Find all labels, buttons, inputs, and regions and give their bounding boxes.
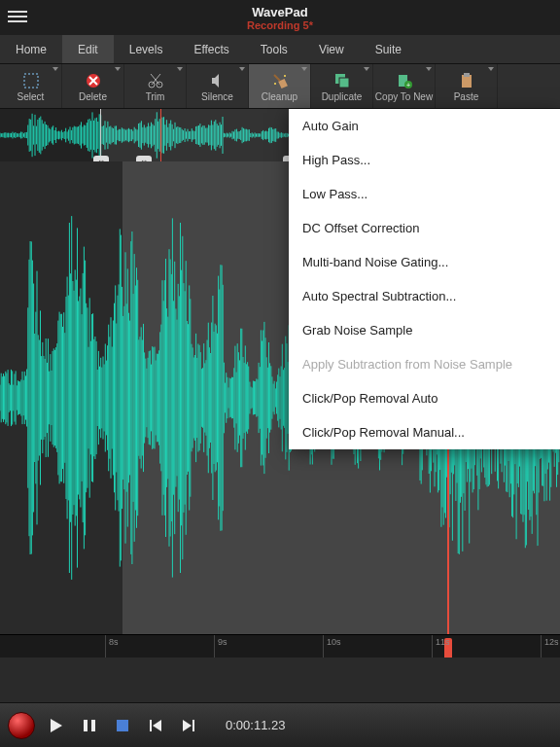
tool-label: Cleanup — [262, 91, 298, 102]
tool-label: Silence — [201, 91, 233, 102]
svg-rect-22 — [117, 720, 128, 731]
svg-rect-20 — [84, 720, 88, 731]
transport-bar: 0:00:11.23 — [0, 702, 560, 747]
trim-icon — [147, 71, 164, 90]
cleanup-menu: Auto GainHigh Pass...Low Pass...DC Offse… — [289, 109, 560, 449]
overview-selection[interactable]: ↔ ↔ — [100, 109, 292, 161]
chevron-down-icon — [488, 67, 494, 71]
tool-trim[interactable]: Trim — [124, 64, 187, 108]
svg-rect-0 — [24, 74, 38, 88]
tool-label: Select — [18, 91, 45, 102]
svg-point-11 — [274, 83, 276, 85]
svg-marker-25 — [183, 720, 192, 731]
overview-playhead — [160, 109, 161, 161]
chevron-down-icon — [364, 67, 369, 71]
svg-rect-18 — [464, 73, 470, 77]
chevron-down-icon — [115, 67, 121, 71]
ruler-tick: 9s — [214, 635, 228, 658]
tool-cleanup[interactable]: Cleanup — [249, 64, 311, 108]
menu-item-auto-gain[interactable]: Auto Gain — [289, 109, 560, 143]
tab-tools[interactable]: Tools — [245, 35, 303, 63]
tool-label: Duplicate — [322, 91, 363, 102]
chevron-down-icon — [426, 67, 432, 71]
tool-duplicate[interactable]: Duplicate — [311, 64, 373, 108]
tab-view[interactable]: View — [303, 35, 360, 63]
tab-effects[interactable]: Effects — [178, 35, 244, 63]
svg-line-9 — [274, 75, 280, 81]
menu-item-grab-noise-sample[interactable]: Grab Noise Sample — [289, 313, 560, 347]
tab-suite[interactable]: Suite — [360, 35, 417, 63]
svg-text:+: + — [405, 82, 409, 89]
title-block: WavePad Recording 5* — [247, 5, 313, 31]
tab-home[interactable]: Home — [0, 35, 62, 63]
tab-levels[interactable]: Levels — [114, 35, 179, 63]
tool-copy-to-new[interactable]: +Copy To New — [373, 64, 436, 108]
delete-icon — [85, 71, 102, 90]
tool-delete[interactable]: Delete — [62, 64, 124, 108]
tab-edit[interactable]: Edit — [62, 35, 114, 63]
tool-silence[interactable]: Silence — [187, 64, 249, 108]
svg-rect-23 — [150, 720, 152, 731]
tool-label: Copy To New — [375, 91, 433, 102]
tool-label: Delete — [79, 91, 107, 102]
chevron-down-icon — [52, 67, 58, 71]
chevron-down-icon — [177, 67, 183, 71]
tool-select[interactable]: Select — [0, 64, 62, 108]
prev-button[interactable] — [144, 714, 167, 737]
ruler-tick: 12s — [541, 635, 559, 658]
tool-label: Paste — [454, 91, 479, 102]
tab-strip: HomeEditLevelsEffectsToolsViewSuite — [0, 35, 560, 64]
time-ruler[interactable]: 8s9s10s11s12s — [0, 634, 560, 658]
select-icon — [22, 71, 40, 90]
menu-item-multi-band-noise-gating-[interactable]: Multi-band Noise Gating... — [289, 245, 560, 279]
play-button[interactable] — [45, 714, 68, 737]
toolbar: SelectDeleteTrimSilenceCleanupDuplicate+… — [0, 64, 560, 109]
svg-marker-19 — [51, 719, 62, 732]
menu-icon[interactable] — [8, 8, 27, 27]
copynew-icon: + — [396, 71, 413, 90]
tool-paste[interactable]: Paste — [436, 64, 498, 108]
timecode: 0:00:11.23 — [226, 718, 285, 732]
menu-item-dc-offset-correction[interactable]: DC Offset Correction — [289, 211, 560, 245]
document-title: Recording 5* — [247, 19, 313, 31]
svg-line-6 — [152, 74, 160, 85]
duplicate-icon — [333, 71, 351, 90]
svg-rect-26 — [192, 720, 194, 731]
menu-item-click-pop-removal-auto[interactable]: Click/Pop Removal Auto — [289, 381, 560, 415]
record-button[interactable] — [8, 712, 35, 739]
pause-button[interactable] — [78, 714, 101, 737]
paste-icon — [458, 71, 475, 90]
menu-item-high-pass-[interactable]: High Pass... — [289, 143, 560, 177]
chevron-down-icon — [239, 67, 245, 71]
menu-item-auto-spectral-subtraction-[interactable]: Auto Spectral Subtraction... — [289, 279, 560, 313]
svg-line-7 — [151, 74, 159, 85]
next-button[interactable] — [177, 714, 200, 737]
menu-item-low-pass-[interactable]: Low Pass... — [289, 177, 560, 211]
ruler-tick: 11s — [432, 635, 450, 658]
svg-rect-21 — [91, 720, 95, 731]
app-title: WavePad — [247, 5, 313, 19]
chevron-down-icon — [301, 67, 307, 71]
svg-marker-24 — [153, 720, 161, 731]
tool-label: Trim — [146, 91, 165, 102]
ruler-tick: 10s — [323, 635, 341, 658]
cleanup-icon — [271, 71, 289, 90]
silence-icon — [209, 71, 227, 90]
stop-button[interactable] — [111, 714, 134, 737]
menu-item-apply-subtraction-from-noise-sample: Apply Subtraction from Noise Sample — [289, 347, 560, 381]
svg-rect-13 — [339, 78, 349, 88]
svg-point-10 — [284, 75, 286, 77]
menu-item-click-pop-removal-manual-[interactable]: Click/Pop Removal Manual... — [289, 415, 560, 449]
ruler-tick: 8s — [105, 635, 119, 658]
